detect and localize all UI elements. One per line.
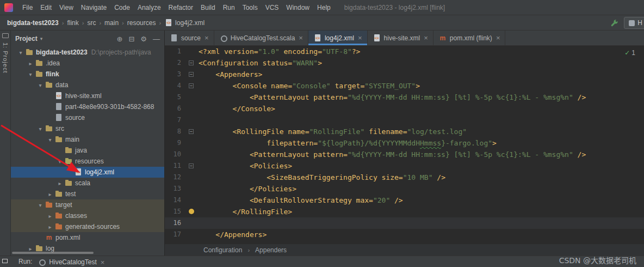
chevron-right-icon[interactable]: ▸ <box>26 60 35 66</box>
chevron-down-icon[interactable]: ▾ <box>46 137 54 143</box>
chevron-down-icon[interactable]: ▾ <box>55 159 64 165</box>
project-panel-title[interactable]: Project <box>15 35 38 43</box>
code-line-11[interactable]: 11− <Policies> <box>165 160 644 172</box>
menu-view[interactable]: View <box>55 2 77 13</box>
code-line-4[interactable]: 4− <Console name="Console" target="SYSTE… <box>165 80 644 92</box>
close-icon[interactable]: × <box>205 34 209 42</box>
tree-item-.idea[interactable]: ▸.idea <box>11 58 164 69</box>
tree-item-java[interactable]: java <box>11 145 164 156</box>
menu-refactor[interactable]: Refactor <box>165 2 197 13</box>
code-line-5[interactable]: 5 <PatternLayout pattern="%d{YYYY-MM-dd … <box>165 92 644 103</box>
chevron-right-icon[interactable]: ▸ <box>46 213 54 219</box>
tree-item-scala[interactable]: ▸scala <box>11 178 164 189</box>
intention-bulb-icon[interactable] <box>189 209 194 214</box>
editor-breadcrumb-Appenders[interactable]: Appenders <box>253 246 288 254</box>
chevron-down-icon[interactable]: ▾ <box>16 50 25 56</box>
tab-HiveCatalogTest.scala[interactable]: HiveCatalogTest.scala× <box>214 31 308 45</box>
settings-icon[interactable]: ⚙ <box>140 35 147 43</box>
code-line-2[interactable]: 2−<Configuration status="WARN"> <box>165 57 644 69</box>
editor-breadcrumb-Configuration[interactable]: Configuration <box>202 246 244 254</box>
build-wrench-icon[interactable] <box>610 19 618 27</box>
fold-icon[interactable]: − <box>189 163 194 168</box>
menu-help[interactable]: Help <box>313 2 335 13</box>
hide-icon[interactable]: — <box>153 35 160 43</box>
code-line-6[interactable]: 6 </Console> <box>165 103 644 114</box>
editor-code[interactable]: 1<?xml version="1.0" encoding="UTF-8"?>2… <box>165 46 644 244</box>
menu-analyze[interactable]: Analyze <box>134 2 165 13</box>
menu-file[interactable]: File <box>18 2 36 13</box>
close-icon[interactable]: × <box>358 34 362 42</box>
chevron-down-icon[interactable]: ▾ <box>36 126 45 132</box>
chevron-right-icon[interactable]: ▸ <box>26 246 35 252</box>
menu-code[interactable]: Code <box>110 2 134 13</box>
chevron-right-icon[interactable]: ▸ <box>55 180 64 186</box>
project-toolwindow-icon[interactable] <box>2 33 9 38</box>
breadcrumb-item-flink[interactable]: flink <box>65 18 80 28</box>
chevron-down-icon[interactable]: ▾ <box>40 36 43 41</box>
chevron-down-icon[interactable]: ▾ <box>36 202 45 208</box>
fold-icon[interactable]: − <box>189 129 194 134</box>
code-line-10[interactable]: 10 <PatternLayout pattern="%d{YYYY-MM-dd… <box>165 149 644 160</box>
close-icon[interactable]: × <box>299 34 303 42</box>
tree-item-target[interactable]: ▾target <box>11 199 164 210</box>
tab-hive-site.xml[interactable]: hive-site.xml× <box>368 31 434 45</box>
tree-item-source[interactable]: source <box>11 112 164 123</box>
window-icon[interactable] <box>2 259 8 263</box>
close-icon[interactable]: × <box>101 258 105 266</box>
tree-item-hive-site.xml[interactable]: hive-site.xml <box>11 90 164 101</box>
chevron-right-icon[interactable]: ▸ <box>46 224 54 230</box>
breadcrumb-item-bigdata-test2023[interactable]: bigdata-test2023 <box>5 18 60 28</box>
close-icon[interactable]: × <box>496 34 500 42</box>
menu-navigate[interactable]: Navigate <box>77 2 110 13</box>
run-tab[interactable]: HiveCatalogTest × <box>38 258 104 266</box>
code-line-17[interactable]: 17 </Appenders> <box>165 229 644 240</box>
tree-item-data[interactable]: ▾data <box>11 80 164 90</box>
code-line-8[interactable]: 8− <RollingFile name="RollingFile" filen… <box>165 126 644 137</box>
tree-item-test[interactable]: ▸test <box>11 189 164 199</box>
tree-item-main[interactable]: ▾main <box>11 134 164 145</box>
tab-pom.xml (flink)[interactable]: mpom.xml (flink)× <box>434 31 506 45</box>
code-line-13[interactable]: 13 </Policies> <box>165 183 644 195</box>
collapse-all-icon[interactable]: ⊟ <box>128 35 134 43</box>
menu-tools[interactable]: Tools <box>239 2 262 13</box>
fold-icon[interactable]: − <box>189 60 194 65</box>
tree-item-classes[interactable]: ▸classes <box>11 210 164 221</box>
code-line-16[interactable]: 16 <box>165 217 644 229</box>
code-line-3[interactable]: 3− <Appenders> <box>165 69 644 80</box>
tree-item-part-48e8e903-301b-4582-868[interactable]: part-48e8e903-301b-4582-868 <box>11 101 164 112</box>
close-icon[interactable]: × <box>424 34 428 42</box>
run-configuration-selector[interactable]: H <box>624 17 644 29</box>
code-line-7[interactable]: 7 <box>165 114 644 126</box>
breadcrumb-item-main[interactable]: main <box>103 18 120 28</box>
code-line-1[interactable]: 1<?xml version="1.0" encoding="UTF-8"?> <box>165 46 644 57</box>
code-line-14[interactable]: 14 <DefaultRolloverStrategy max="20" /> <box>165 195 644 206</box>
code-line-12[interactable]: 12 <SizeBasedTriggeringPolicy size="10 M… <box>165 172 644 183</box>
toolwindow-label-project[interactable]: 1: Project <box>2 43 9 73</box>
breadcrumb-item-log4j2.xml[interactable]: log4j2.xml <box>163 17 206 28</box>
tab-source[interactable]: source× <box>165 31 214 45</box>
breadcrumb-item-resources[interactable]: resources <box>126 18 158 28</box>
tree-item-bigdata-test2023[interactable]: ▾bigdata-test2023D:\projects-path\java <box>11 47 164 58</box>
inspection-widget[interactable]: ✓ 1 <box>624 49 635 57</box>
tab-log4j2.xml[interactable]: log4j2.xml× <box>308 31 368 45</box>
locate-icon[interactable]: ⊕ <box>117 35 123 43</box>
menu-build[interactable]: Build <box>197 2 219 13</box>
fold-icon[interactable]: − <box>189 83 194 88</box>
tree-item-src[interactable]: ▾src <box>11 123 164 134</box>
code-line-9[interactable]: 9 filepattern="${logPath}/%d{YYYYMMddHHm… <box>165 137 644 149</box>
breadcrumb-item-src[interactable]: src <box>85 18 97 28</box>
chevron-right-icon[interactable]: ▸ <box>46 191 54 197</box>
tree-item-generated-sources[interactable]: ▸generated-sources <box>11 221 164 232</box>
menu-edit[interactable]: Edit <box>36 2 55 13</box>
code-line-15[interactable]: 15 </RollingFile> <box>165 206 644 217</box>
tree-item-log4j2.xml[interactable]: log4j2.xml <box>11 167 164 178</box>
chevron-down-icon[interactable]: ▾ <box>26 71 35 77</box>
menu-window[interactable]: Window <box>282 2 313 13</box>
fold-icon[interactable]: − <box>189 72 194 77</box>
tree-item-flink[interactable]: ▾flink <box>11 69 164 80</box>
tree-item-resources[interactable]: ▾resources <box>11 156 164 167</box>
chevron-down-icon[interactable]: ▾ <box>36 82 45 88</box>
menu-run[interactable]: Run <box>219 2 239 13</box>
tree-item-pom.xml[interactable]: mpom.xml <box>11 232 164 243</box>
horizontal-scrollbar[interactable] <box>12 252 94 254</box>
